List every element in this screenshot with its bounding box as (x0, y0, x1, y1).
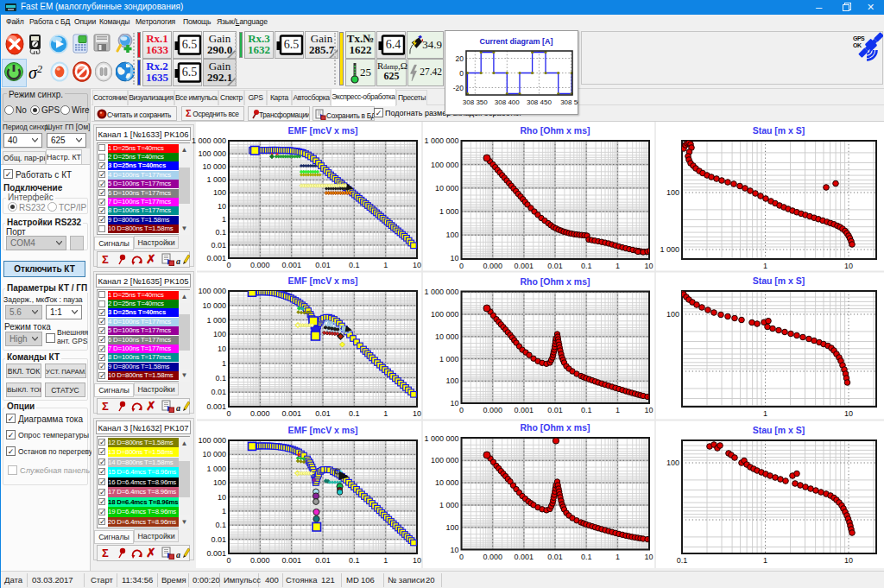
svg-text:Rho [Ohm x ms]: Rho [Ohm x ms] (520, 276, 590, 287)
svg-text:a: a (176, 550, 180, 560)
svg-text:1: 1 (383, 409, 388, 418)
svg-text:1 000 000: 1 000 000 (424, 434, 458, 443)
svg-text:100 000: 100 000 (198, 287, 226, 295)
svg-text:10 000: 10 000 (202, 162, 226, 171)
svg-text:GPS: GPS (853, 35, 865, 41)
svg-text:10: 10 (218, 202, 226, 211)
svg-text:1: 1 (763, 409, 767, 418)
svg-text:0.001: 0.001 (515, 262, 534, 270)
svg-text:0.000: 0.000 (250, 409, 270, 418)
svg-text:0: 0 (226, 409, 230, 418)
svg-text:10 000: 10 000 (202, 301, 226, 310)
svg-text:0.01: 0.01 (211, 388, 226, 396)
svg-text:308 400: 308 400 (495, 98, 520, 106)
svg-text:0.01: 0.01 (547, 553, 563, 561)
svg-text:100: 100 (445, 376, 458, 385)
svg-text:0.1: 0.1 (349, 409, 360, 418)
svg-text:1 000: 1 000 (660, 245, 679, 254)
svg-text:1: 1 (222, 359, 226, 368)
svg-text:1: 1 (222, 507, 226, 515)
svg-text:0: 0 (226, 556, 230, 565)
svg-text:10: 10 (645, 406, 654, 414)
svg-text:0.1: 0.1 (349, 261, 360, 269)
svg-text:0.01: 0.01 (211, 241, 226, 250)
svg-text:0.000: 0.000 (250, 556, 270, 565)
svg-text:1: 1 (222, 215, 226, 224)
svg-text:0.01: 0.01 (315, 556, 331, 565)
svg-text:10 000: 10 000 (435, 478, 459, 487)
svg-text:308 50: 308 50 (560, 98, 578, 106)
svg-text:0: 0 (459, 262, 464, 270)
svg-text:0.1: 0.1 (581, 262, 592, 270)
svg-text:0.001: 0.001 (206, 254, 226, 262)
svg-text:OK: OK (853, 42, 862, 48)
svg-text:100 000: 100 000 (431, 456, 459, 465)
svg-text:1: 1 (763, 262, 767, 270)
svg-text:Stau [m x S]: Stau [m x S] (753, 125, 805, 136)
svg-text:10: 10 (413, 556, 421, 565)
svg-text:10: 10 (450, 399, 458, 408)
svg-text:0: 0 (459, 553, 464, 561)
svg-text:1: 1 (616, 262, 620, 270)
svg-text:10 000: 10 000 (435, 184, 459, 193)
svg-text:-20: -20 (453, 84, 464, 92)
svg-text:EMF [mcV x ms]: EMF [mcV x ms] (287, 125, 357, 136)
svg-text:10: 10 (413, 261, 421, 269)
svg-text:0.1: 0.1 (581, 553, 592, 561)
svg-text:0.1: 0.1 (215, 228, 226, 237)
svg-text:0.000: 0.000 (483, 262, 502, 270)
svg-text:100: 100 (445, 231, 458, 239)
svg-text:0.001: 0.001 (515, 553, 534, 561)
svg-text:0.001: 0.001 (281, 261, 301, 269)
svg-text:a: a (176, 403, 180, 413)
svg-text:0.1: 0.1 (349, 556, 360, 565)
svg-text:1: 1 (616, 553, 620, 561)
svg-text:100: 100 (213, 188, 226, 197)
svg-text:0.01: 0.01 (547, 262, 563, 270)
svg-text:0.1: 0.1 (677, 556, 688, 565)
svg-text:308 450: 308 450 (527, 98, 552, 106)
svg-text:100: 100 (666, 458, 679, 467)
svg-text:0.01: 0.01 (547, 406, 563, 414)
svg-text:100 000: 100 000 (198, 436, 226, 445)
svg-text:0.001: 0.001 (515, 406, 534, 414)
svg-text:10: 10 (413, 409, 421, 418)
svg-text:1 000: 1 000 (206, 175, 226, 184)
svg-text:100: 100 (213, 330, 226, 338)
svg-text:1 000: 1 000 (439, 501, 459, 509)
svg-text:1: 1 (763, 556, 767, 565)
svg-text:0.000: 0.000 (483, 553, 502, 561)
svg-text:10: 10 (645, 553, 654, 561)
svg-text:0.01: 0.01 (315, 409, 331, 418)
svg-text:10: 10 (844, 262, 853, 270)
svg-text:0.1: 0.1 (581, 406, 592, 414)
svg-text:100: 100 (213, 478, 226, 487)
svg-text:1 000 000: 1 000 000 (424, 288, 458, 296)
svg-text:10: 10 (450, 254, 458, 262)
svg-text:10 000: 10 000 (435, 332, 459, 341)
svg-text:308 350: 308 350 (463, 98, 488, 106)
svg-text:0.01: 0.01 (315, 261, 331, 269)
svg-text:100: 100 (666, 310, 679, 319)
svg-text:1 000: 1 000 (206, 316, 226, 325)
svg-text:0.001: 0.001 (206, 402, 226, 411)
svg-text:100: 100 (666, 188, 679, 197)
svg-text:10: 10 (645, 262, 654, 270)
svg-text:Stau [m x S]: Stau [m x S] (753, 275, 805, 286)
svg-text:100 000: 100 000 (431, 310, 459, 319)
svg-text:Rho [Ohm x ms]: Rho [Ohm x ms] (520, 125, 590, 136)
svg-text:0: 0 (459, 69, 464, 78)
svg-text:0: 0 (459, 406, 464, 414)
svg-text:1 000 000: 1 000 000 (192, 136, 226, 145)
svg-text:a: a (176, 256, 180, 266)
svg-text:0: 0 (226, 261, 230, 269)
svg-text:0.1: 0.1 (215, 374, 226, 383)
svg-text:1: 1 (383, 261, 388, 269)
svg-text:EMF [mcV x ms]: EMF [mcV x ms] (287, 425, 357, 435)
svg-text:1 000: 1 000 (206, 465, 226, 473)
svg-text:EMF [mcV x ms]: EMF [mcV x ms] (287, 275, 357, 286)
svg-text:20: 20 (456, 54, 464, 63)
svg-text:10: 10 (218, 345, 226, 353)
svg-text:0.000: 0.000 (483, 406, 502, 414)
svg-text:0.000: 0.000 (250, 261, 270, 269)
